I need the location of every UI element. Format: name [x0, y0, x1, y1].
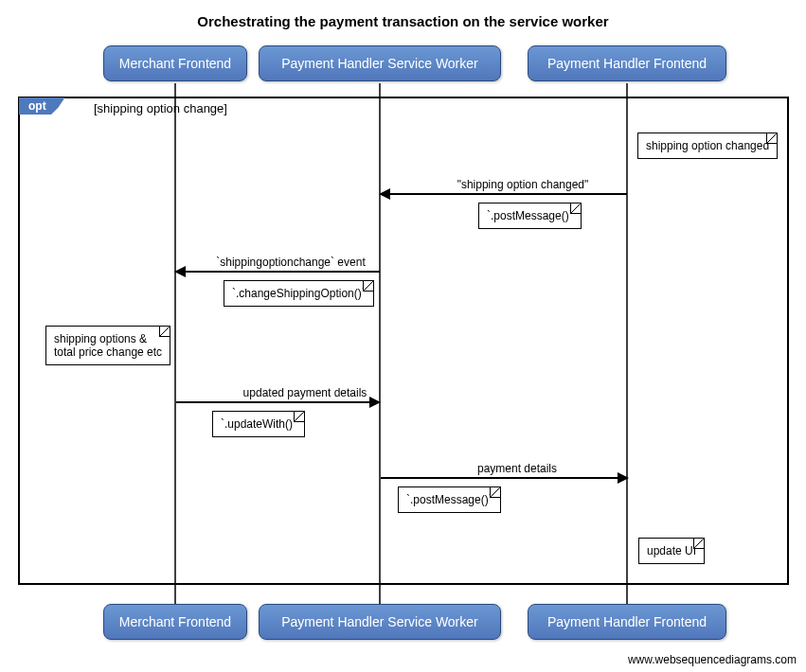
- message-note-changeshippingoption: `.changeShippingOption()`: [224, 280, 374, 307]
- diagram-title: Orchestrating the payment transaction on…: [0, 0, 806, 39]
- message-arrow-4: [381, 477, 618, 479]
- opt-condition: [shipping option change]: [94, 101, 227, 115]
- message-arrow-2: [176, 271, 380, 273]
- message-note-postmessage-2: `.postMessage()`: [398, 486, 501, 513]
- note-shipping-option-changed: shipping option changed: [637, 133, 778, 159]
- note-shipping-options-total-price: shipping options & total price change et…: [45, 326, 170, 365]
- participant-merchant-frontend-bottom: Merchant Frontend: [103, 604, 247, 640]
- note-update-ui: update UI: [638, 538, 705, 564]
- arrowhead-2: [174, 266, 186, 277]
- participant-payment-handler-frontend-top: Payment Handler Frontend: [528, 45, 726, 81]
- arrowhead-4: [618, 472, 629, 484]
- participant-payment-handler-sw-top: Payment Handler Service Worker: [259, 45, 501, 81]
- message-arrow-1: [381, 193, 627, 195]
- arrowhead-1: [379, 188, 390, 200]
- participant-merchant-frontend-top: Merchant Frontend: [103, 45, 247, 81]
- message-label-updated-payment-details: updated payment details: [229, 386, 381, 399]
- message-label-shippingoptionchange-event: `shippingoptionchange` event: [203, 256, 379, 269]
- message-note-updatewith: `.updateWith()`: [212, 411, 305, 437]
- message-label-shipping-option-changed: "shipping option changed": [419, 178, 627, 191]
- opt-tag: opt: [19, 97, 65, 115]
- message-arrow-3: [176, 401, 369, 403]
- arrowhead-3: [369, 397, 381, 408]
- message-label-payment-details: payment details: [460, 462, 574, 475]
- message-note-postmessage-1: `.postMessage()`: [478, 203, 582, 229]
- attribution: www.websequencediagrams.com: [628, 653, 797, 666]
- participant-payment-handler-sw-bottom: Payment Handler Service Worker: [259, 604, 501, 640]
- participant-payment-handler-frontend-bottom: Payment Handler Frontend: [528, 604, 726, 640]
